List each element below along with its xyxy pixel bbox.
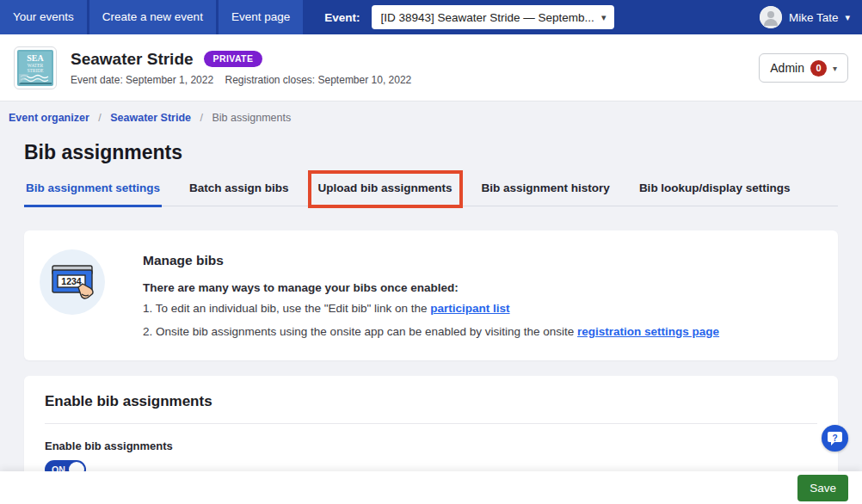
manage-bibs-step-1: 1. To edit an individual bib, use the "E… [143,300,719,317]
breadcrumb-event-organizer[interactable]: Event organizer [9,112,89,124]
breadcrumb-separator: / [200,112,203,124]
help-bubble-icon: ? [827,430,843,446]
tab-bib-assignment-settings[interactable]: Bib assignment settings [24,178,162,207]
step-2-text: 2. Onsite bib assignments using the onsi… [143,325,577,338]
tab-bib-lookup-display-settings[interactable]: Bib lookup/display settings [637,178,792,206]
nav-event-page[interactable]: Event page [219,0,303,34]
avatar [760,6,782,28]
breadcrumb-separator: / [98,112,101,124]
manage-bibs-intro: There are many ways to manage your bibs … [143,281,719,294]
top-navigation-bar: Your events Create a new event Event pag… [0,0,862,34]
breadcrumb-seawater-stride[interactable]: Seawater Stride [110,112,191,124]
event-logo: SEA WATER STRIDE [14,46,57,89]
event-header: SEA WATER STRIDE Seawater Stride PRIVATE… [0,34,862,101]
user-name: Mike Tate [789,11,839,24]
nav-your-events[interactable]: Your events [0,0,87,34]
user-account-menu[interactable]: Mike Tate ▾ [760,6,850,28]
event-title: Seawater Stride [71,50,194,69]
event-date-text: Event date: September 1, 2022 [71,74,213,86]
tab-upload-bib-assignments[interactable]: Upload bib assignments [317,178,454,206]
manage-bibs-step-2: 2. Onsite bib assignments using the onsi… [143,323,719,341]
help-button[interactable]: ? [822,425,848,452]
tab-upload-bib-assignments-label: Upload bib assignments [318,181,453,194]
tab-batch-assign-bibs[interactable]: Batch assign bibs [188,178,291,206]
registration-closes-text: Registration closes: September 10, 2022 [225,74,411,86]
nav-create-a-new-event[interactable]: Create a new event [89,0,216,34]
main-content: Bib assignments Bib assignment settings … [0,141,862,491]
manage-bibs-card: 1234 Manage bibs There are many ways to … [24,230,838,360]
top-nav-links: Your events Create a new event Event pag… [0,0,614,34]
event-selector-dropdown[interactable]: [ID 38943] Seawater Stride — Septemb... … [372,5,614,29]
manage-bibs-content: Manage bibs There are many ways to manag… [143,249,719,340]
chevron-down-icon: ▾ [845,12,850,23]
logo-text-stride: STRIDE [27,68,44,73]
page-title: Bib assignments [24,141,838,164]
section-divider [45,423,817,424]
chevron-down-icon: ▾ [601,12,606,23]
step-1-text: 1. To edit an individual bib, use the "E… [143,302,430,315]
private-badge: PRIVATE [204,51,263,67]
logo-text-sea: SEA [27,53,44,63]
chevron-down-icon: ▾ [833,64,837,73]
tab-bib-assignment-history[interactable]: Bib assignment history [480,178,612,206]
enable-bib-assignments-label: Enable bib assignments [45,439,817,452]
bib-number-text: 1234 [61,276,82,286]
event-dates: Event date: September 1, 2022 Registrati… [71,74,411,86]
breadcrumb-current: Bib assignments [212,112,291,124]
save-button[interactable]: Save [797,475,848,501]
manage-bibs-title: Manage bibs [143,253,719,268]
enable-bib-assignments-heading: Enable bib assignments [45,393,817,410]
admin-dropdown-button[interactable]: Admin 0 ▾ [759,53,848,83]
participant-list-link[interactable]: participant list [430,302,509,315]
event-selector-value: [ID 38943] Seawater Stride — Septemb... [380,11,594,24]
tab-bar: Bib assignment settings Batch assign bib… [24,178,838,206]
event-header-text: Seawater Stride PRIVATE Event date: Sept… [71,50,411,86]
registration-settings-page-link[interactable]: registration settings page [577,325,719,338]
breadcrumb: Event organizer / Seawater Stride / Bib … [0,101,862,124]
event-select-label: Event: [324,11,360,24]
question-mark: ? [832,433,837,443]
admin-label: Admin [770,61,804,75]
footer-save-bar: Save [0,471,862,504]
admin-count-badge: 0 [810,60,827,77]
bib-icon: 1234 [40,249,105,340]
